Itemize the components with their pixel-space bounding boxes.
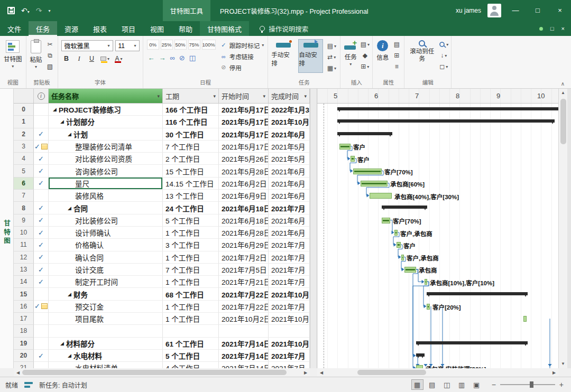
gantt-bar[interactable] <box>351 156 355 162</box>
copy-button[interactable]: ⧉ <box>44 51 56 60</box>
move-task-button[interactable]: ⇄▾ <box>326 52 337 62</box>
row-number[interactable]: 16 <box>14 301 34 313</box>
background-color-button[interactable]: ▾ <box>99 53 111 64</box>
italic-button[interactable]: I <box>74 53 85 64</box>
filter-arrow-icon[interactable]: ▾ <box>211 94 216 99</box>
unlink-tasks-icon[interactable]: ⊘ <box>179 54 185 62</box>
duration-cell[interactable]: 4 个工作日 <box>163 362 219 368</box>
indicator-cell[interactable] <box>34 362 49 368</box>
finish-cell[interactable]: 2021年6月 <box>269 165 310 177</box>
font-size-select[interactable]: 11▾ <box>115 40 140 51</box>
tab-报表[interactable]: 报表 <box>86 21 114 36</box>
vertical-scrollbar[interactable]: ▲ ▼ <box>558 89 567 368</box>
tab-资源[interactable]: 资源 <box>57 21 86 36</box>
task-name-cell[interactable]: 整理装修公司清单 <box>49 141 163 153</box>
row-number[interactable]: 11 <box>14 239 34 251</box>
mark-on-track-button[interactable]: ✓跟踪时标记▾ <box>220 40 264 50</box>
start-cell[interactable]: 2021年5月17日 <box>219 141 269 153</box>
task-details-button[interactable]: ⊞ <box>391 51 402 60</box>
finish-cell[interactable]: 2022年1月3日 <box>269 104 310 116</box>
duration-cell[interactable]: 1 个工作日 <box>163 301 219 313</box>
gantt-bar[interactable] <box>382 218 390 223</box>
finish-cell[interactable] <box>269 325 310 337</box>
row-number[interactable]: 17 <box>14 313 34 325</box>
filter-arrow-icon[interactable]: ▾ <box>155 94 160 99</box>
finish-cell[interactable]: 2021年10月 <box>269 313 310 325</box>
row-number[interactable]: 20 <box>14 350 34 362</box>
start-cell[interactable]: 2021年7月14日 <box>219 350 269 362</box>
task-name-cell[interactable]: 项目尾款 <box>49 313 163 325</box>
start-cell[interactable]: 2021年5月17日 <box>219 128 269 141</box>
view-report-icon[interactable]: ▣ <box>471 379 483 390</box>
finish-cell[interactable]: 2021年7月 <box>269 350 310 362</box>
view-splitter[interactable] <box>310 89 317 368</box>
finish-cell[interactable]: 2021年7月 <box>269 301 310 313</box>
task-name-cell[interactable]: 水电材料清单 <box>49 362 163 368</box>
indicator-cell[interactable] <box>34 313 49 325</box>
indicator-cell[interactable]: ✓ <box>34 165 49 177</box>
row-number[interactable]: 15 <box>14 288 34 300</box>
auto-schedule-button[interactable]: 自动安排 <box>298 39 323 73</box>
start-cell[interactable]: 2021年7月14日 <box>219 338 269 350</box>
percent-25%-button[interactable]: 25% <box>161 40 173 50</box>
collapse-triangle-icon[interactable]: ◢ <box>53 107 57 112</box>
tab-项目[interactable]: 项目 <box>114 21 143 36</box>
view-gantt-icon[interactable]: ▦ <box>411 379 423 390</box>
gantt-bar[interactable] <box>427 304 430 310</box>
finish-cell[interactable]: 2021年10月 <box>269 288 310 300</box>
finish-cell[interactable]: 2021年7月 <box>269 276 310 288</box>
finish-cell[interactable]: 2021年7月 <box>269 239 310 251</box>
indicator-cell[interactable]: ✓ <box>34 141 49 153</box>
format-painter-button[interactable]: ▧ <box>44 62 56 71</box>
duration-cell[interactable]: 24 个工作日 <box>163 202 219 214</box>
gantt-bar[interactable] <box>370 193 392 199</box>
indicator-cell[interactable]: ✓ <box>34 239 49 251</box>
zoom-slider-thumb[interactable] <box>530 381 533 388</box>
start-cell[interactable]: 2021年6月9日 <box>219 190 269 202</box>
fill-button[interactable]: ↓▾ <box>438 51 449 60</box>
duration-cell[interactable]: 116 个工作日 <box>163 116 219 128</box>
indicator-cell[interactable]: ✓ <box>34 227 49 239</box>
finish-cell[interactable]: 2021年10月 <box>269 116 310 128</box>
scroll-left-arrow[interactable]: ◀ <box>317 370 326 375</box>
row-number[interactable]: 10 <box>14 227 34 239</box>
redo-icon[interactable]: ↷ <box>36 7 42 14</box>
summary-bar[interactable] <box>337 119 555 123</box>
collapse-triangle-icon[interactable]: ◢ <box>60 119 64 124</box>
task-name-cell[interactable]: 设计交底 <box>49 264 163 276</box>
task-information-button[interactable]: i 信息 <box>374 37 391 62</box>
zoom-out-button[interactable]: − <box>492 381 496 388</box>
summary-bar[interactable] <box>337 107 558 110</box>
table-horizontal-scrollbar[interactable]: ◀ ▶ <box>14 368 310 377</box>
start-cell[interactable]: 2021年7月21日 <box>219 276 269 288</box>
save-icon[interactable] <box>7 7 15 14</box>
duration-cell[interactable]: 5 个工作日 <box>163 214 219 227</box>
collapse-triangle-icon[interactable]: ◢ <box>68 132 71 137</box>
font-name-select[interactable]: 微软雅黑▾ <box>61 40 113 51</box>
task-name-cell[interactable]: 对比装修公司 <box>49 214 163 227</box>
start-cell[interactable]: 2021年5月26日 <box>219 153 269 165</box>
cut-button[interactable]: ✂ <box>44 40 56 49</box>
indicators-column-header[interactable]: i <box>34 89 49 103</box>
task-name-cell[interactable]: 预交订金 <box>49 301 163 313</box>
row-number[interactable]: 7 <box>14 190 34 202</box>
gantt-chart-button[interactable]: 甘特图 ▾ <box>2 37 24 69</box>
task-name-cell[interactable]: 设计师确认 <box>49 227 163 239</box>
row-number[interactable]: 13 <box>14 264 34 276</box>
task-name-cell[interactable]: 装修风格 <box>49 190 163 202</box>
task-name-cell[interactable]: ◢PROJECT装修练习 <box>49 104 163 116</box>
tab-甘特图格式[interactable]: 甘特图格式 <box>200 21 249 36</box>
start-cell[interactable]: 2021年7月14日 <box>219 362 269 368</box>
indicator-cell[interactable]: ✓ <box>34 264 49 276</box>
split-task-icon[interactable]: ◫ <box>189 54 196 62</box>
duration-cell[interactable]: 14.15 个工作日 <box>163 178 219 190</box>
task-name-cell[interactable]: ◢材料部分 <box>49 338 163 350</box>
task-name-cell[interactable]: ◢计划 <box>49 128 163 141</box>
tab-视图[interactable]: 视图 <box>143 21 171 36</box>
scrollbar-thumb[interactable] <box>22 370 287 375</box>
inspect-task-button[interactable]: ▤▾ <box>326 41 337 51</box>
indicator-cell[interactable]: ✓ <box>34 276 49 288</box>
scroll-left-arrow[interactable]: ◀ <box>14 370 22 375</box>
start-cell[interactable]: 2021年7月2日 <box>219 251 269 264</box>
manually-schedule-button[interactable]: 手动安排 <box>271 39 296 73</box>
